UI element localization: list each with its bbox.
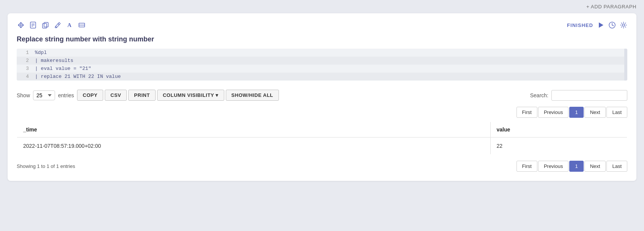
table-row: 2022-11-07T08:57:19.000+02:00 22 (17, 138, 627, 155)
footer-row: Showing 1 to 1 of 1 entries First Previo… (17, 161, 627, 172)
svg-marker-12 (599, 22, 603, 28)
col-time: _time (17, 122, 491, 138)
code-line-3: 3 | eval value = "21" (17, 65, 627, 73)
code-block: 1 %dpl 2 | makeresults 3 | eval value = … (17, 49, 627, 81)
page-1-button-top[interactable]: 1 (569, 107, 583, 118)
first-button-bottom[interactable]: First (516, 161, 537, 172)
previous-button-bottom[interactable]: Previous (538, 161, 569, 172)
text-icon[interactable]: A (65, 21, 74, 29)
code-line-1: 1 %dpl (17, 49, 627, 57)
copy-button[interactable]: COPY (77, 90, 103, 101)
toolbar-row: A FINISHED (17, 21, 627, 29)
page-icon[interactable] (29, 21, 37, 29)
svg-line-15 (612, 25, 614, 26)
svg-rect-5 (44, 22, 48, 27)
page-1-button-bottom[interactable]: 1 (569, 161, 583, 172)
col-value: value (490, 122, 627, 138)
last-button-bottom[interactable]: Last (606, 161, 627, 172)
list-icon[interactable] (77, 21, 86, 29)
code-line-4: 4 | replace 21 WITH 22 IN value (17, 73, 627, 81)
top-bar: + ADD PARAGRAPH (0, 0, 644, 13)
play-icon[interactable] (597, 21, 605, 29)
next-button-bottom[interactable]: Next (584, 161, 606, 172)
table-header-row: _time value (17, 122, 627, 138)
controls-left: Show 25 10 50 100 entries COPY CSV PRINT… (17, 90, 279, 101)
toolbar-right: FINISHED (567, 21, 627, 29)
action-buttons: COPY CSV PRINT COLUMN VISIBILITY SHOW/HI… (77, 90, 279, 101)
line-content-4: | replace 21 WITH 22 IN value (35, 74, 121, 79)
cell-time: 2022-11-07T08:57:19.000+02:00 (17, 138, 491, 155)
line-num-3: 3 (21, 66, 29, 71)
pagination-bottom: First Previous 1 Next Last (516, 161, 627, 172)
last-button-top[interactable]: Last (606, 107, 627, 118)
line-num-2: 2 (21, 58, 29, 63)
print-button[interactable]: PRINT (128, 90, 156, 101)
pagination-top: First Previous 1 Next Last (17, 107, 627, 118)
next-button-top[interactable]: Next (584, 107, 606, 118)
svg-rect-4 (43, 24, 47, 28)
showing-label: Showing 1 to 1 of 1 entries (17, 163, 75, 169)
move-icon[interactable] (17, 21, 25, 29)
csv-button[interactable]: CSV (105, 90, 127, 101)
add-paragraph-button[interactable]: + ADD PARAGRAPH (586, 4, 636, 9)
line-content-2: | makeresults (35, 58, 73, 63)
column-visibility-button[interactable]: COLUMN VISIBILITY (157, 90, 224, 101)
show-label: Show (17, 92, 30, 98)
section-title: Replace string number with string number (17, 35, 627, 43)
cell-value: 22 (490, 138, 627, 155)
search-label: Search: (530, 92, 548, 98)
copy-block-icon[interactable] (41, 21, 49, 29)
code-line-2: 2 | makeresults (17, 57, 627, 65)
line-content-1: %dpl (35, 50, 47, 55)
code-scrollbar[interactable] (624, 49, 627, 81)
entries-select[interactable]: 25 10 50 100 (33, 90, 55, 100)
previous-button-top[interactable]: Previous (538, 107, 569, 118)
show-hide-all-button[interactable]: SHOW/HIDE ALL (226, 90, 279, 101)
toolbar-icons: A (17, 21, 86, 29)
main-card: A FINISHED (8, 13, 636, 181)
controls-row: Show 25 10 50 100 entries COPY CSV PRINT… (17, 90, 627, 101)
line-num-1: 1 (21, 50, 29, 55)
svg-point-16 (622, 24, 625, 26)
finished-label: FINISHED (567, 22, 593, 28)
data-table: _time value 2022-11-07T08:57:19.000+02:0… (17, 122, 627, 155)
settings-icon[interactable] (620, 21, 627, 29)
first-button-top[interactable]: First (516, 107, 537, 118)
clock-icon[interactable] (608, 21, 616, 29)
line-num-4: 4 (21, 74, 29, 79)
paint-icon[interactable] (53, 21, 61, 29)
search-input[interactable] (551, 90, 627, 101)
entries-label: entries (58, 92, 74, 98)
line-content-3: | eval value = "21" (35, 66, 91, 71)
controls-right: Search: (530, 90, 627, 101)
